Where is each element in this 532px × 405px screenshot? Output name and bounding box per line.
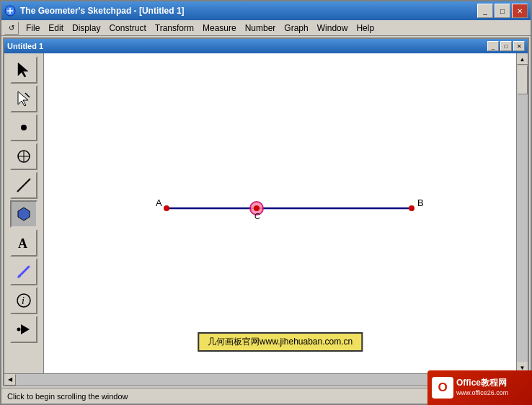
mdi-minimize-button[interactable]: _ — [487, 41, 499, 51]
menu-measure[interactable]: Measure — [198, 22, 241, 35]
title-bar: The Geometer's Sketchpad - [Untitled 1] … — [1, 1, 531, 20]
main-window: The Geometer's Sketchpad - [Untitled 1] … — [0, 0, 532, 405]
menu-icon[interactable]: ↺ — [4, 22, 19, 35]
menu-number[interactable]: Number — [241, 22, 280, 35]
point-tool[interactable] — [10, 114, 37, 141]
scrollbar-right: ▲ ▼ — [516, 53, 528, 373]
svg-text:A: A — [18, 236, 27, 251]
mdi-window-controls: _ □ ✕ — [487, 41, 525, 51]
status-text: Click to begin scrolling the window — [7, 392, 128, 401]
office-logo: O Office教程网 www.office26.com — [427, 370, 532, 405]
close-button[interactable]: ✕ — [512, 4, 528, 18]
menu-help[interactable]: Help — [352, 22, 378, 35]
app-icon — [4, 5, 16, 17]
marker-tool[interactable] — [10, 258, 37, 285]
svg-marker-9 — [18, 208, 30, 221]
mdi-window: Untitled 1 _ □ ✕ — [3, 37, 529, 386]
menu-window[interactable]: Window — [313, 22, 353, 35]
mdi-title-bar: Untitled 1 _ □ ✕ — [4, 39, 528, 53]
scroll-thumb-right[interactable] — [518, 66, 528, 94]
line-tool[interactable] — [10, 172, 37, 199]
mdi-container: Untitled 1 _ □ ✕ — [1, 36, 531, 388]
menu-edit[interactable]: Edit — [44, 22, 68, 35]
svg-line-11 — [19, 267, 29, 277]
select-arrow-tool[interactable] — [10, 56, 37, 84]
mdi-window-title: Untitled 1 — [7, 42, 487, 50]
text-tool[interactable]: A — [10, 229, 37, 257]
toolbar: A i — [4, 53, 44, 373]
svg-text:B: B — [417, 197, 424, 208]
svg-point-4 — [21, 125, 27, 130]
mdi-maximize-button[interactable]: □ — [500, 41, 512, 51]
menu-display[interactable]: Display — [68, 22, 105, 35]
svg-point-21 — [254, 205, 260, 211]
office-brand: Office教程网 — [456, 378, 508, 389]
scroll-left-button[interactable]: ◀ — [4, 374, 16, 386]
svg-text:A: A — [156, 197, 162, 208]
window-title: The Geometer's Sketchpad - [Untitled 1] — [20, 6, 477, 16]
maximize-button[interactable]: □ — [495, 4, 510, 18]
content-area: A i — [4, 53, 528, 373]
office-url: www.office26.com — [456, 389, 508, 398]
scroll-up-button[interactable]: ▲ — [517, 53, 528, 65]
office-logo-icon: O — [432, 377, 453, 399]
animation-tool[interactable] — [10, 316, 37, 343]
scroll-track-right[interactable] — [517, 65, 528, 362]
svg-marker-1 — [18, 63, 28, 77]
office-logo-text: Office教程网 www.office26.com — [456, 378, 508, 397]
svg-point-18 — [164, 205, 169, 211]
svg-text:i: i — [22, 295, 25, 306]
svg-line-3 — [25, 93, 30, 97]
watermark: 几何画板官网www.jihehuaban.com.cn — [198, 332, 363, 352]
svg-point-16 — [17, 328, 21, 331]
svg-text:C: C — [254, 212, 260, 221]
direct-select-tool[interactable] — [10, 85, 37, 112]
svg-line-8 — [17, 179, 30, 192]
svg-point-19 — [409, 205, 414, 211]
svg-marker-15 — [21, 324, 30, 334]
menu-file[interactable]: File — [22, 22, 44, 35]
menu-graph[interactable]: Graph — [280, 22, 312, 35]
menu-construct[interactable]: Construct — [105, 22, 150, 35]
menu-transform[interactable]: Transform — [151, 22, 198, 35]
mdi-close-button[interactable]: ✕ — [513, 41, 525, 51]
polygon-tool[interactable] — [10, 200, 37, 228]
info-tool[interactable]: i — [10, 287, 37, 314]
menu-bar: ↺ File Edit Display Construct Transform … — [1, 20, 531, 36]
window-controls: _ □ ✕ — [477, 4, 528, 18]
compass-tool[interactable] — [10, 143, 37, 170]
status-bar: Click to begin scrolling the window O Of… — [1, 388, 531, 404]
drawing-canvas[interactable]: A B C 几何画板官网www.jihehuaban.com.cn — [44, 53, 516, 373]
minimize-button[interactable]: _ — [477, 4, 493, 18]
